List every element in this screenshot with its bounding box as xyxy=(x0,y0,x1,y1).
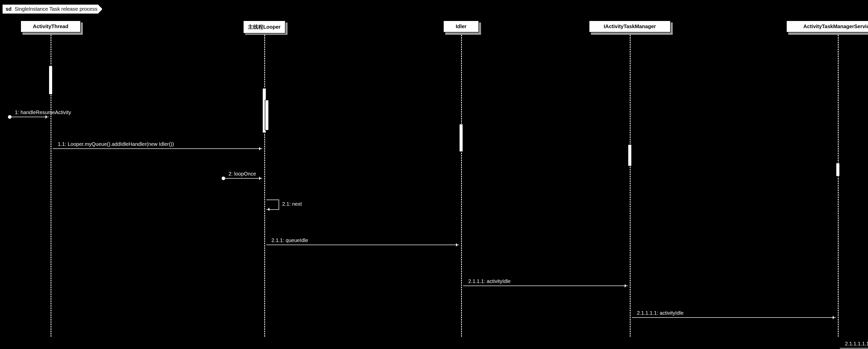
message-label: 2.1.1.1: activityIdle xyxy=(468,279,511,284)
message-label: 2: loopOnce xyxy=(228,171,256,177)
participant-idler: Idler xyxy=(443,21,479,32)
found-origin-dot xyxy=(222,177,225,180)
lifeline xyxy=(264,35,265,337)
participant-box: 主线程Looper xyxy=(243,21,285,33)
frame-label: sd SingleInstance Task release process xyxy=(2,4,102,14)
activation-bar xyxy=(836,163,840,177)
lifeline xyxy=(461,35,462,337)
participant-activitythread: ActivityThread xyxy=(21,21,81,32)
message-arrow xyxy=(266,244,459,245)
participant-atms: ActivityTaskManagerService xyxy=(786,21,868,32)
lifeline xyxy=(838,35,839,337)
message-label: 2.1: next xyxy=(282,201,302,207)
activation-bar xyxy=(265,100,269,130)
activation-bar xyxy=(49,65,53,95)
frame-title: SingleInstance Task release process xyxy=(14,6,97,12)
message-arrow xyxy=(223,178,262,179)
message-arrow xyxy=(840,348,868,348)
message-arrow xyxy=(10,117,49,117)
activation-bar xyxy=(459,124,463,152)
message-arrow xyxy=(463,286,628,286)
message-label: 2.1.1: queueIdle xyxy=(272,237,308,243)
participant-looper: 主线程Looper xyxy=(243,21,285,33)
message-label: 1: handleResumeActivity xyxy=(15,110,71,115)
message-arrow xyxy=(632,317,836,318)
participant-box: IActivityTaskManager xyxy=(589,21,671,32)
self-message-arrow xyxy=(266,200,279,210)
message-label: 2.1.1.1.1: activityIdle xyxy=(637,310,683,316)
found-origin-dot xyxy=(8,115,11,119)
lifeline xyxy=(630,35,630,337)
participant-box: ActivityThread xyxy=(21,21,81,32)
frame-tag: sd xyxy=(6,6,11,12)
participant-iatm: IActivityTaskManager xyxy=(589,21,671,32)
message-arrow xyxy=(53,148,262,149)
participant-box: Idler xyxy=(443,21,479,32)
message-label: 1.1: Looper.myQueue().addIdleHandler(new… xyxy=(58,141,174,147)
activation-bar xyxy=(628,144,632,166)
message-label: 2.1.1.1.1.1: activityIdleInternal xyxy=(845,341,868,347)
participant-box: ActivityTaskManagerService xyxy=(786,21,868,32)
